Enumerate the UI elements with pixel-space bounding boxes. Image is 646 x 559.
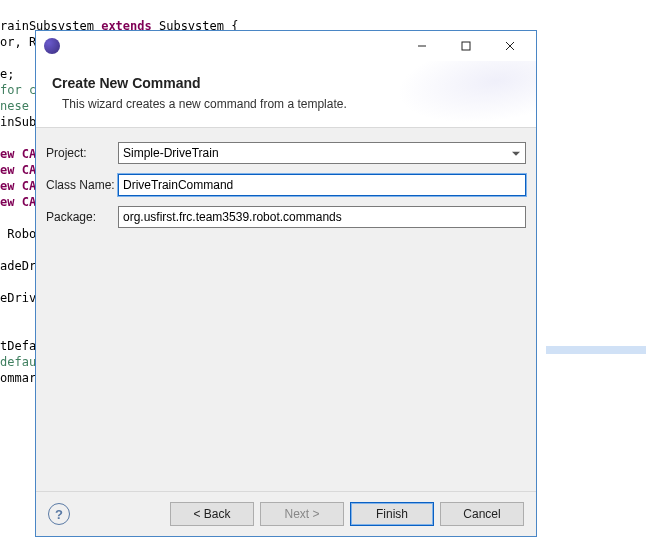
wizard-title: Create New Command bbox=[52, 75, 520, 91]
code-line: Robo bbox=[0, 227, 36, 241]
class-name-input[interactable] bbox=[118, 174, 526, 196]
minimize-button[interactable] bbox=[400, 32, 444, 60]
code-line: ew CA bbox=[0, 147, 36, 161]
selection-highlight bbox=[546, 346, 646, 354]
code-line: ommar bbox=[0, 371, 36, 385]
code-line: eDriv bbox=[0, 291, 36, 305]
code-line: tDefa bbox=[0, 339, 36, 353]
code-line: e; bbox=[0, 67, 14, 81]
finish-button[interactable]: Finish bbox=[350, 502, 434, 526]
wizard-subtitle: This wizard creates a new command from a… bbox=[62, 97, 520, 111]
back-button[interactable]: < Back bbox=[170, 502, 254, 526]
code-line: ew CA bbox=[0, 179, 36, 193]
package-input[interactable] bbox=[118, 206, 526, 228]
next-button[interactable]: Next > bbox=[260, 502, 344, 526]
titlebar[interactable] bbox=[36, 31, 536, 61]
wizard-form: Project: Simple-DriveTrain Class Name: P… bbox=[36, 128, 536, 491]
class-name-label: Class Name: bbox=[46, 178, 118, 192]
code-line: nese bbox=[0, 99, 29, 113]
code-line: adeDr bbox=[0, 259, 36, 273]
code-line: inSub bbox=[0, 115, 36, 129]
code-line: defau bbox=[0, 355, 36, 369]
wizard-dialog: Create New Command This wizard creates a… bbox=[35, 30, 537, 537]
wizard-footer: ? < Back Next > Finish Cancel bbox=[36, 491, 536, 536]
cancel-button[interactable]: Cancel bbox=[440, 502, 524, 526]
code-line: ew CA bbox=[0, 163, 36, 177]
help-icon[interactable]: ? bbox=[48, 503, 70, 525]
project-select[interactable]: Simple-DriveTrain bbox=[118, 142, 526, 164]
close-button[interactable] bbox=[488, 32, 532, 60]
package-label: Package: bbox=[46, 210, 118, 224]
eclipse-icon bbox=[44, 38, 60, 54]
wizard-header: Create New Command This wizard creates a… bbox=[36, 61, 536, 128]
code-line: for c bbox=[0, 83, 36, 97]
maximize-button[interactable] bbox=[444, 32, 488, 60]
project-label: Project: bbox=[46, 146, 118, 160]
code-line: ew CA bbox=[0, 195, 36, 209]
svg-rect-1 bbox=[462, 42, 470, 50]
